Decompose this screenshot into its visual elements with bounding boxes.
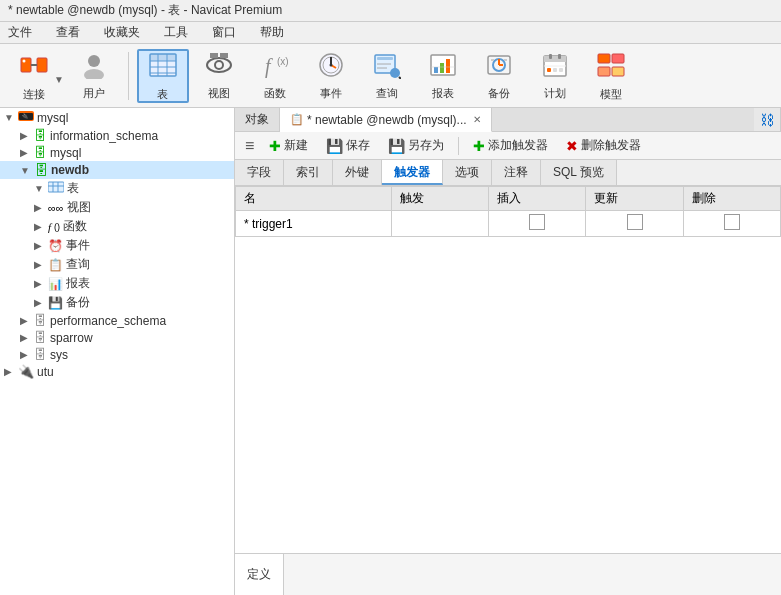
db-label: information_schema [50, 129, 158, 143]
tree-arrow: ▶ [20, 147, 34, 158]
svg-rect-16 [220, 53, 228, 58]
toolbar-connect[interactable]: 连接 [8, 49, 60, 103]
close-tab-icon[interactable]: ✕ [473, 114, 481, 125]
tree-item-utu[interactable]: ▶ 🔌 utu [0, 363, 234, 380]
tab-foreign-key[interactable]: 外键 [333, 160, 382, 185]
svg-rect-56 [48, 182, 64, 192]
btn-add-trigger[interactable]: ✚ 添加触发器 [466, 134, 555, 157]
menu-favorites[interactable]: 收藏夹 [100, 23, 144, 42]
bottom-tab-def-label: 定义 [247, 566, 271, 583]
event-icon [317, 51, 345, 84]
tree-item-mysql-root[interactable]: ▼ 🔌 mysql [0, 108, 234, 127]
tree-item-sys[interactable]: ▶ 🗄 sys [0, 346, 234, 363]
toolbar-model-label: 模型 [600, 87, 622, 102]
svg-rect-43 [549, 54, 552, 59]
svg-line-29 [399, 77, 401, 79]
svg-rect-49 [598, 54, 610, 63]
col-trigger: 触发 [391, 187, 488, 211]
tab-triggers-label: 触发器 [394, 165, 430, 179]
bottom-area: 定义 [235, 553, 781, 595]
table-row[interactable]: * trigger1 [236, 211, 781, 237]
toolbar-user[interactable]: 用户 [68, 49, 120, 103]
menu-window[interactable]: 窗口 [208, 23, 240, 42]
tab-fk-label: 外键 [345, 165, 369, 179]
svg-text:(x): (x) [277, 56, 289, 67]
tab-index[interactable]: 索引 [284, 160, 333, 185]
tree-item-table-folder[interactable]: ▼ 表 [0, 179, 234, 198]
tree-item-event-folder[interactable]: ▶ ⏰ 事件 [0, 236, 234, 255]
tree-item-view-folder[interactable]: ▶ ∞∞ 视图 [0, 198, 234, 217]
tree-item-query-folder[interactable]: ▶ 📋 查询 [0, 255, 234, 274]
newdb-label: newdb [51, 163, 89, 177]
toolbar-view[interactable]: 视图 [193, 49, 245, 103]
connect-arrow[interactable]: ▼ [54, 74, 64, 85]
svg-rect-0 [21, 58, 31, 72]
toolbar-model[interactable]: 模型 [585, 49, 637, 103]
tree-arrow: ▶ [34, 278, 48, 289]
svg-point-3 [23, 59, 26, 62]
tree-item-mysql[interactable]: ▶ 🗄 mysql [0, 144, 234, 161]
tab-options[interactable]: 选项 [443, 160, 492, 185]
db-icon: 🗄 [34, 347, 47, 362]
schedule-icon [541, 51, 569, 84]
svg-rect-31 [434, 67, 438, 73]
btn-new[interactable]: ✚ 新建 [262, 134, 315, 157]
tree-item-report-folder[interactable]: ▶ 📊 报表 [0, 274, 234, 293]
backup-folder-icon: 💾 [48, 296, 63, 310]
tree-arrow: ▶ [34, 221, 48, 232]
btn-saveas-label: 另存为 [408, 137, 444, 154]
table-icon [148, 50, 178, 85]
menu-file[interactable]: 文件 [4, 23, 36, 42]
toolbar-event[interactable]: 事件 [305, 49, 357, 103]
delete-checkbox[interactable] [724, 214, 740, 230]
mysql-root-icon: 🔌 [18, 109, 34, 126]
hamburger-icon[interactable]: ≡ [241, 135, 258, 157]
toolbar-query-label: 查询 [376, 86, 398, 101]
toolbar-report[interactable]: 报表 [417, 49, 469, 103]
btn-del-trigger[interactable]: ✖ 删除触发器 [559, 134, 648, 157]
btn-saveas[interactable]: 💾 另存为 [381, 134, 451, 157]
tree-item-backup-folder[interactable]: ▶ 💾 备份 [0, 293, 234, 312]
tab-comment[interactable]: 注释 [492, 160, 541, 185]
toolbar-sep-1 [128, 52, 129, 100]
insert-checkbox[interactable] [529, 214, 545, 230]
tab-triggers[interactable]: 触发器 [382, 160, 443, 185]
bottom-tab-definition[interactable]: 定义 [235, 554, 284, 595]
svg-rect-32 [440, 63, 444, 73]
event-folder-label: 事件 [66, 237, 90, 254]
tree-item-func-folder[interactable]: ▶ f () 函数 [0, 217, 234, 236]
toolbar-func[interactable]: f (x) 函数 [249, 49, 301, 103]
tab-fields[interactable]: 字段 [235, 160, 284, 185]
sparrow-label: sparrow [50, 331, 93, 345]
menu-view[interactable]: 查看 [52, 23, 84, 42]
col-insert: 插入 [489, 187, 586, 211]
tab-newtable[interactable]: 📋 * newtable @newdb (mysql)... ✕ [280, 108, 492, 132]
menu-help[interactable]: 帮助 [256, 23, 288, 42]
toolbar-schedule[interactable]: 计划 [529, 49, 581, 103]
toolbar-table[interactable]: 表 [137, 49, 189, 103]
toolbar-backup[interactable]: 备份 [473, 49, 525, 103]
tab-object[interactable]: 对象 [235, 108, 280, 131]
update-checkbox[interactable] [627, 214, 643, 230]
svg-rect-39 [491, 59, 494, 61]
svg-rect-12 [150, 54, 176, 61]
svg-rect-51 [598, 67, 610, 76]
tab-special-btn[interactable]: ⛓ [754, 108, 781, 131]
db-label: performance_schema [50, 314, 166, 328]
report-folder-icon: 📊 [48, 277, 63, 291]
menu-tools[interactable]: 工具 [160, 23, 192, 42]
tree-item-sparrow[interactable]: ▶ 🗄 sparrow [0, 329, 234, 346]
tree-item-newdb[interactable]: ▼ 🗄 newdb [0, 161, 234, 179]
btn-save[interactable]: 💾 保存 [319, 134, 377, 157]
db-icon: 🗄 [34, 313, 47, 328]
toolbar-query[interactable]: 查询 [361, 49, 413, 103]
mysql-root-label: mysql [37, 111, 68, 125]
tab-sql-preview[interactable]: SQL 预览 [541, 160, 617, 185]
tree-item-information-schema[interactable]: ▶ 🗄 information_schema [0, 127, 234, 144]
query-folder-icon: 📋 [48, 258, 63, 272]
svg-rect-52 [612, 67, 624, 76]
func-folder-icon2: () [54, 222, 60, 232]
tree-arrow: ▶ [20, 332, 34, 343]
btn-del-trigger-label: 删除触发器 [581, 137, 641, 154]
tree-item-performance-schema[interactable]: ▶ 🗄 performance_schema [0, 312, 234, 329]
